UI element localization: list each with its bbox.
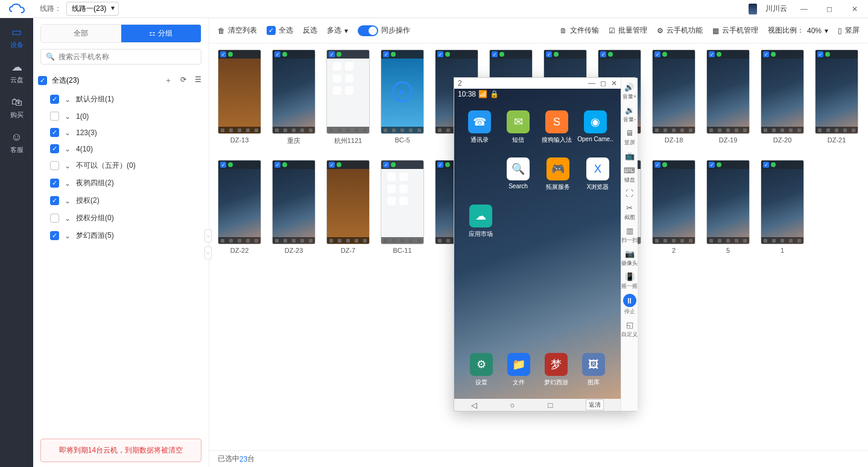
add-icon[interactable]: ＋	[165, 75, 172, 86]
device-card[interactable]: ▶BC-5	[381, 49, 424, 145]
group-item[interactable]: ⌄授权分组(0)	[45, 209, 209, 227]
device-thumb[interactable]	[761, 160, 804, 244]
nav-back[interactable]: ◁	[471, 401, 477, 410]
device-thumb[interactable]	[218, 49, 261, 134]
side-tool[interactable]: 📳摇一摇	[621, 270, 638, 291]
tab-group[interactable]: ⚏分组	[121, 25, 201, 42]
batch-button[interactable]: ☑批量管理	[609, 25, 647, 36]
file-transfer-button[interactable]: 🗎文件传输	[560, 25, 599, 36]
device-checkbox[interactable]	[817, 51, 823, 57]
device-thumb[interactable]	[272, 49, 315, 134]
device-checkbox[interactable]	[274, 162, 280, 168]
device-checkbox[interactable]	[220, 51, 226, 57]
phone-app[interactable]: 🔍Search	[501, 157, 535, 191]
phone-app[interactable]: ☁应用市场	[464, 205, 498, 238]
side-tool[interactable]: 📺	[624, 149, 636, 162]
nav-extra[interactable]: 返清	[586, 399, 604, 410]
rail-item-设备[interactable]: ▭设备	[0, 25, 33, 49]
device-card[interactable]: 重庆	[272, 49, 315, 145]
group-checkbox[interactable]	[50, 128, 59, 137]
device-card[interactable]: DZ-23	[272, 160, 315, 254]
phone-app[interactable]: 🎮拓展服务	[541, 157, 575, 191]
device-thumb[interactable]	[381, 160, 424, 244]
phone-screen[interactable]: 10:38 📶 🔒 ☎通讯录✉短信S搜狗输入法◉Open Came..🔍Sear…	[454, 89, 621, 399]
group-item[interactable]: ⌄123(3)	[45, 124, 209, 141]
popup-maximize[interactable]: ◻	[600, 79, 606, 87]
side-tool[interactable]: ⛶	[624, 186, 636, 200]
group-checkbox[interactable]	[50, 112, 59, 121]
refresh-icon[interactable]: ⟳	[180, 75, 186, 86]
group-checkbox[interactable]	[50, 231, 59, 240]
phone-app[interactable]: ✉短信	[501, 110, 535, 144]
search-input[interactable]	[59, 52, 196, 61]
group-checkbox[interactable]	[50, 196, 59, 205]
route-select[interactable]: 线路一(23)	[66, 2, 119, 16]
device-card[interactable]: 2	[652, 160, 695, 254]
device-thumb[interactable]	[706, 160, 750, 244]
rail-item-云盘[interactable]: ☁云盘	[0, 60, 33, 84]
side-tool[interactable]: 🔉音量-	[623, 103, 636, 125]
group-checkbox[interactable]	[50, 95, 59, 104]
device-card[interactable]: DZ-18	[652, 49, 695, 145]
device-card[interactable]: DZ-22	[218, 160, 261, 254]
device-checkbox[interactable]	[654, 162, 661, 168]
popup-minimize[interactable]: —	[588, 79, 595, 87]
nav-recent[interactable]: □	[548, 401, 553, 410]
device-checkbox[interactable]	[709, 51, 715, 57]
device-card[interactable]: DZ-19	[706, 49, 750, 145]
phone-mgmt-button[interactable]: ▦云手机管理	[712, 25, 758, 36]
side-tool[interactable]: 🔊音量+	[622, 80, 636, 102]
side-tool[interactable]: ▥扫一扫	[621, 224, 638, 246]
device-checkbox[interactable]	[220, 162, 226, 168]
group-item[interactable]: ⌄4(10)	[45, 141, 209, 157]
multi-button[interactable]: 多选 ▾	[327, 25, 348, 36]
minimize-button[interactable]: —	[796, 3, 813, 15]
device-thumb[interactable]	[326, 160, 370, 244]
device-thumb[interactable]	[652, 49, 695, 134]
device-checkbox[interactable]	[383, 162, 389, 168]
group-checkbox[interactable]	[50, 179, 59, 188]
device-thumb[interactable]	[652, 160, 695, 244]
device-card[interactable]: DZ-7	[326, 160, 370, 254]
device-checkbox[interactable]	[654, 51, 661, 57]
device-checkbox[interactable]	[329, 162, 335, 168]
select-all-checkbox[interactable]	[38, 76, 47, 85]
device-card[interactable]: 5	[706, 160, 750, 254]
group-checkbox[interactable]	[50, 144, 59, 153]
portrait-button[interactable]: ▯竖屏	[838, 25, 860, 36]
device-checkbox[interactable]	[437, 51, 443, 57]
device-thumb[interactable]: ▶	[381, 49, 424, 134]
tab-all[interactable]: 全部	[41, 25, 121, 42]
invert-button[interactable]: 反选	[303, 25, 317, 36]
popup-close[interactable]: ✕	[611, 79, 617, 87]
sort-icon[interactable]: ☰	[195, 75, 201, 86]
sync-toggle[interactable]: 同步操作	[358, 25, 410, 36]
side-tool[interactable]: ◱自定义	[621, 318, 638, 340]
device-thumb[interactable]	[218, 160, 261, 244]
device-checkbox[interactable]	[600, 51, 606, 57]
device-card[interactable]: DZ-20	[761, 49, 804, 145]
side-tool[interactable]: 📷摄像头	[621, 247, 638, 268]
device-checkbox[interactable]	[546, 51, 552, 57]
splitter-down[interactable]: ‹	[204, 246, 212, 259]
device-thumb[interactable]	[272, 160, 315, 244]
nav-home[interactable]: ○	[510, 401, 515, 410]
side-tool[interactable]: ⏸停止	[623, 293, 636, 317]
device-card[interactable]: 杭州1121	[326, 49, 370, 145]
search-box[interactable]: 🔍	[40, 49, 201, 65]
device-checkbox[interactable]	[763, 51, 769, 57]
device-checkbox[interactable]	[492, 51, 498, 57]
device-thumb[interactable]	[815, 49, 858, 134]
group-item[interactable]: ⌄夜鸦四组(2)	[45, 174, 209, 192]
phone-func-button[interactable]: ⚙云手机功能	[657, 25, 703, 36]
toolbar-select-all[interactable]: 全选	[267, 25, 293, 36]
device-checkbox[interactable]	[383, 51, 389, 57]
rail-item-购买[interactable]: 🛍购买	[0, 95, 33, 119]
device-card[interactable]: 1	[761, 160, 804, 254]
maximize-button[interactable]: ◻	[821, 3, 838, 15]
close-button[interactable]: ✕	[846, 3, 863, 15]
phone-app[interactable]: 📁文件	[502, 353, 536, 387]
group-item[interactable]: ⌄1(0)	[45, 108, 209, 124]
phone-app[interactable]: ☎通讯录	[463, 110, 496, 144]
device-card[interactable]: DZ-21	[815, 49, 858, 145]
